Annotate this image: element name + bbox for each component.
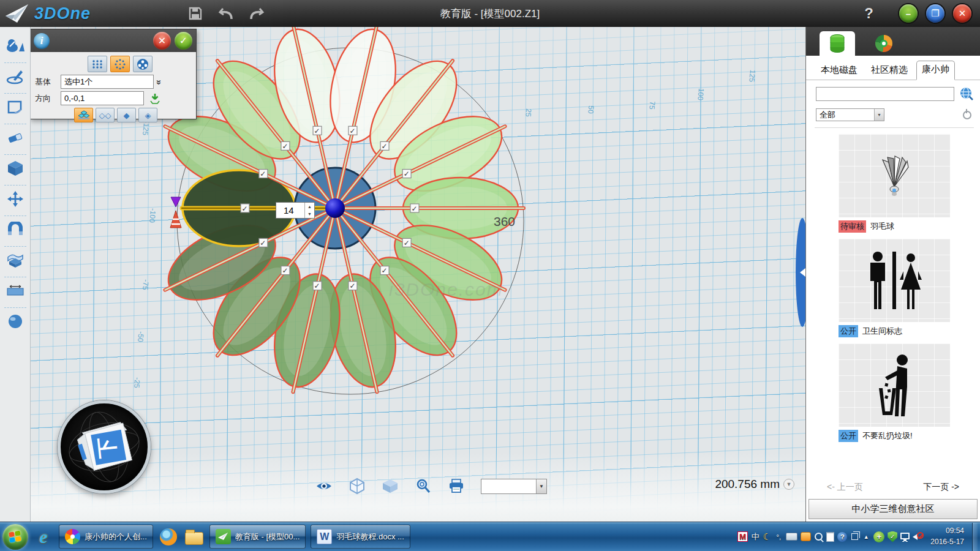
tray-punctuation-icon[interactable]: °, bbox=[774, 531, 783, 542]
svg-text:下: 下 bbox=[94, 436, 119, 460]
prev-page-button[interactable]: <- 上一页 bbox=[827, 482, 863, 493]
category-dropdown[interactable]: 全部 ▼ bbox=[816, 108, 884, 121]
tray-moon-icon[interactable]: ☾ bbox=[763, 531, 771, 542]
print-icon[interactable] bbox=[448, 478, 465, 495]
model-thumbnail bbox=[839, 343, 950, 427]
tray-360-icon[interactable]: + bbox=[873, 531, 884, 542]
sphere-pattern-icon[interactable] bbox=[133, 56, 153, 72]
panel-text-tabs: 本地磁盘 社区精选 康小帅 bbox=[806, 56, 980, 80]
tab-user[interactable]: 康小帅 bbox=[916, 61, 955, 80]
tray-keyboard-icon[interactable] bbox=[786, 531, 797, 542]
zoom-settings-icon[interactable] bbox=[415, 478, 432, 495]
help-button[interactable]: ? bbox=[864, 5, 891, 22]
search-globe-icon[interactable] bbox=[959, 86, 974, 101]
ie-taskbar-icon[interactable]: e bbox=[33, 525, 54, 549]
confirm-icon[interactable]: ✓ bbox=[175, 32, 192, 50]
tray-network-icon[interactable] bbox=[900, 531, 910, 542]
power-icon[interactable] bbox=[963, 111, 971, 119]
close-button[interactable]: ✕ bbox=[953, 4, 971, 23]
tray-show-hidden-icon[interactable]: ▲ bbox=[862, 531, 870, 542]
boolean-base-icon[interactable] bbox=[74, 108, 93, 122]
svg-text:✓: ✓ bbox=[404, 170, 410, 178]
expand-chevrons-icon[interactable]: » bbox=[154, 80, 165, 83]
cancel-icon[interactable]: ✕ bbox=[153, 32, 171, 50]
scale-expander-icon[interactable]: ▼ bbox=[783, 479, 794, 490]
tray-clock[interactable]: 09:54 2016-5-17 bbox=[927, 526, 969, 547]
boolean-intersect-icon[interactable]: ◈ bbox=[138, 108, 157, 122]
clock-time: 09:54 bbox=[930, 526, 964, 536]
tray-ime-lang-icon[interactable]: 中 bbox=[751, 531, 760, 542]
status-badge: 公开 bbox=[839, 325, 858, 337]
restore-button[interactable]: ❐ bbox=[926, 4, 944, 23]
tray-shield-icon[interactable]: ✓ bbox=[888, 531, 897, 542]
panel-collapse-handle[interactable] bbox=[796, 218, 805, 327]
dropdown-arrow-icon[interactable]: ▼ bbox=[536, 479, 546, 493]
model-thumbnail bbox=[839, 239, 950, 322]
tray-help-icon[interactable]: ? bbox=[837, 531, 847, 542]
direction-input[interactable] bbox=[61, 91, 144, 105]
search-input[interactable] bbox=[816, 87, 954, 101]
tray-notes-icon[interactable] bbox=[826, 531, 834, 542]
tool-material-button[interactable] bbox=[2, 306, 29, 337]
task-word-window[interactable]: W 羽毛球教程.docx ... bbox=[311, 525, 410, 549]
base-input[interactable] bbox=[61, 75, 154, 89]
spinner-up-icon[interactable]: ▲ bbox=[305, 203, 314, 211]
shaded-view-icon[interactable] bbox=[382, 478, 399, 495]
redo-button[interactable] bbox=[248, 5, 265, 22]
category-arrow-icon: ▼ bbox=[874, 109, 884, 121]
firefox-taskbar-icon[interactable] bbox=[158, 525, 179, 549]
linear-pattern-icon[interactable] bbox=[88, 56, 107, 72]
circular-pattern-icon[interactable] bbox=[110, 56, 130, 72]
task-browser-window[interactable]: 康小帅的个人创... bbox=[59, 525, 153, 549]
info-icon[interactable]: i bbox=[34, 33, 50, 49]
save-button[interactable] bbox=[187, 5, 204, 22]
start-button[interactable] bbox=[2, 524, 28, 550]
tool-measure-button[interactable] bbox=[2, 276, 29, 306]
model-card-badminton[interactable]: 待审核 羽毛球 bbox=[839, 134, 950, 233]
tab-community-featured[interactable]: 社区精选 bbox=[866, 62, 913, 80]
system-tray: M 中 ☾ °, ? ▲ + ✓ 09:54 2016-5-17 bbox=[737, 523, 978, 551]
tool-assembly-magnet-button[interactable] bbox=[2, 214, 29, 245]
task-3done-window[interactable]: 教育版 - [模型00... bbox=[209, 525, 306, 549]
tab-local-disk[interactable]: 本地磁盘 bbox=[816, 62, 862, 80]
tool-deform-button[interactable] bbox=[2, 245, 29, 276]
visibility-eye-icon[interactable] bbox=[315, 478, 333, 495]
model-card-litter[interactable]: 公开 不要乱扔垃圾! bbox=[839, 343, 950, 442]
view-preset-dropdown[interactable]: ▼ bbox=[481, 479, 547, 494]
undo-button[interactable] bbox=[217, 5, 235, 22]
model-card-restroom[interactable]: 公开 卫生间标志 bbox=[839, 239, 950, 337]
show-desktop-button[interactable] bbox=[972, 523, 978, 551]
boolean-add-icon[interactable]: ◇◇ bbox=[96, 108, 115, 122]
svg-text:✓: ✓ bbox=[349, 127, 355, 135]
tray-sogou-icon[interactable] bbox=[801, 531, 811, 542]
spinner-down-icon[interactable]: ▼ bbox=[305, 211, 314, 219]
tool-edit-sketch-button[interactable] bbox=[2, 92, 29, 122]
tool-primitives-button[interactable] bbox=[2, 31, 29, 61]
community-site-button[interactable]: 中小学三维创意社区 bbox=[809, 499, 978, 519]
tool-sketch-button[interactable] bbox=[2, 61, 29, 92]
next-page-button[interactable]: 下一页 -> bbox=[923, 482, 959, 493]
library-tab[interactable] bbox=[820, 31, 855, 56]
count-spinner: ▲ ▼ bbox=[304, 203, 314, 218]
tray-magnifier-icon[interactable] bbox=[814, 531, 823, 542]
model-card-label: 待审核 羽毛球 bbox=[839, 220, 950, 233]
category-value: 全部 bbox=[820, 110, 835, 121]
count-field[interactable] bbox=[276, 203, 304, 218]
tool-special-edit-button[interactable] bbox=[2, 122, 29, 153]
pick-direction-icon[interactable] bbox=[149, 92, 161, 105]
explorer-taskbar-icon[interactable] bbox=[184, 525, 205, 549]
collapse-arrow-icon bbox=[800, 268, 805, 277]
wireframe-view-icon[interactable] bbox=[349, 478, 366, 495]
viewport-canvas[interactable]: -125-100-75-50-25255075100125 ✓✓✓✓✓✓✓✓✓✓… bbox=[31, 27, 805, 522]
tray-restore-window-icon[interactable] bbox=[850, 531, 859, 542]
view-cube[interactable]: 下 bbox=[58, 400, 151, 493]
tray-m-icon[interactable]: M bbox=[737, 531, 748, 542]
svg-text:✓: ✓ bbox=[260, 170, 266, 178]
minimize-button[interactable]: – bbox=[899, 4, 918, 23]
tool-move-button[interactable] bbox=[2, 184, 29, 214]
pattern-dialog-header: i ✕ ✓ bbox=[31, 29, 196, 52]
boolean-subtract-icon[interactable]: ◆ bbox=[117, 108, 136, 122]
tool-feature-cube-button[interactable] bbox=[2, 153, 29, 184]
community-logo-tab[interactable] bbox=[866, 31, 902, 56]
tray-volume-muted-icon[interactable] bbox=[913, 531, 924, 542]
